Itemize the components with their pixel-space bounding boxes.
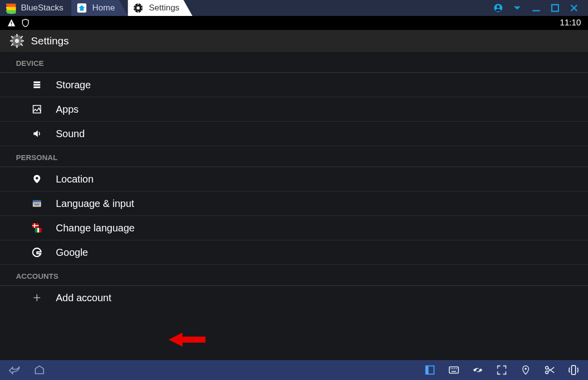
svg-rect-4 — [138, 11, 139, 13]
row-storage[interactable]: Storage — [0, 73, 588, 97]
settings-content: DEVICE Storage Apps Sound PERSONAL — [0, 52, 588, 360]
tab-home[interactable]: Home — [71, 0, 128, 16]
svg-rect-21 — [10, 40, 13, 41]
row-language-input-label: Language & input — [56, 198, 134, 209]
svg-rect-42 — [32, 225, 39, 226]
scissors-icon[interactable] — [543, 364, 556, 377]
svg-rect-52 — [454, 368, 455, 369]
svg-rect-22 — [21, 40, 24, 41]
home-button[interactable] — [33, 364, 46, 377]
svg-rect-15 — [11, 22, 12, 24]
svg-rect-48 — [426, 366, 429, 375]
svg-point-57 — [525, 368, 527, 370]
gear-icon — [10, 34, 24, 48]
bluestacks-window: BlueStacks Home Settings — [0, 0, 588, 380]
plus-icon — [31, 292, 43, 304]
keyboard-icon: A — [31, 197, 43, 209]
app-name: BlueStacks — [21, 3, 63, 13]
visibility-off-icon[interactable] — [471, 364, 484, 377]
gear-icon — [133, 2, 144, 13]
apps-icon — [31, 103, 43, 115]
shield-icon — [21, 18, 30, 27]
row-google[interactable]: Google — [0, 240, 588, 265]
svg-rect-35 — [33, 202, 34, 203]
close-button[interactable] — [569, 3, 579, 13]
svg-rect-49 — [449, 367, 458, 374]
svg-point-2 — [137, 6, 140, 9]
svg-rect-28 — [33, 84, 40, 85]
svg-rect-3 — [138, 3, 139, 5]
row-sound-label: Sound — [56, 128, 85, 140]
svg-rect-51 — [452, 368, 453, 369]
svg-point-12 — [497, 5, 500, 8]
minimize-button[interactable] — [531, 3, 541, 13]
user-icon[interactable] — [493, 3, 503, 13]
svg-rect-13 — [533, 10, 540, 11]
section-header-accounts: ACCOUNTS — [0, 265, 588, 286]
settings-header: Settings — [0, 30, 588, 52]
chevron-down-icon[interactable] — [512, 3, 522, 13]
row-add-account[interactable]: Add account — [0, 286, 588, 310]
svg-rect-46 — [39, 228, 42, 232]
svg-rect-16 — [11, 25, 12, 26]
google-g-icon — [31, 246, 43, 258]
svg-rect-53 — [456, 368, 457, 369]
shake-icon[interactable] — [567, 364, 580, 377]
row-language-input[interactable]: A Language & input — [0, 191, 588, 216]
tab-settings-label: Settings — [149, 3, 179, 13]
sidebar-toggle-icon[interactable] — [423, 364, 436, 377]
section-header-personal: PERSONAL — [0, 146, 588, 167]
svg-rect-29 — [33, 86, 40, 88]
svg-point-31 — [36, 177, 38, 180]
svg-rect-50 — [451, 368, 452, 369]
location-nav-icon[interactable] — [519, 364, 532, 377]
row-change-language-label: Change language — [56, 222, 135, 234]
svg-rect-20 — [16, 45, 17, 48]
row-add-account-label: Add account — [56, 292, 111, 304]
svg-rect-6 — [142, 7, 144, 8]
row-location[interactable]: Location — [0, 167, 588, 191]
svg-point-18 — [15, 39, 19, 43]
svg-rect-39 — [34, 204, 39, 205]
keyboard-toggle-icon[interactable] — [447, 364, 460, 377]
page-title: Settings — [31, 35, 69, 47]
svg-rect-19 — [16, 34, 17, 37]
row-apps-label: Apps — [56, 104, 79, 115]
svg-rect-14 — [552, 4, 558, 11]
window-titlebar: BlueStacks Home Settings — [0, 0, 588, 16]
android-navbar — [0, 360, 588, 380]
home-icon — [76, 2, 87, 13]
row-change-language[interactable]: Change language — [0, 216, 588, 240]
flags-icon — [31, 222, 43, 234]
svg-rect-37 — [37, 202, 38, 203]
back-button[interactable] — [8, 364, 21, 377]
svg-rect-36 — [35, 202, 36, 203]
section-header-device: DEVICE — [0, 52, 588, 73]
tab-home-label: Home — [92, 3, 115, 13]
row-storage-label: Storage — [56, 79, 91, 91]
bluestacks-logo — [4, 1, 17, 14]
svg-rect-54 — [451, 371, 456, 372]
svg-rect-27 — [33, 81, 40, 83]
row-sound[interactable]: Sound — [0, 122, 588, 146]
tab-settings[interactable]: Settings — [128, 0, 192, 16]
window-controls — [484, 3, 588, 13]
svg-rect-60 — [572, 366, 576, 375]
storage-icon — [31, 79, 43, 91]
svg-rect-32 — [33, 202, 41, 207]
fullscreen-icon[interactable] — [495, 364, 508, 377]
svg-rect-5 — [133, 7, 135, 8]
maximize-button[interactable] — [550, 3, 560, 13]
svg-rect-45 — [37, 228, 39, 232]
location-icon — [31, 173, 43, 185]
svg-rect-44 — [35, 228, 37, 232]
svg-rect-38 — [38, 202, 39, 203]
status-time: 11:10 — [560, 18, 581, 28]
android-statusbar: 11:10 — [0, 16, 588, 30]
row-google-label: Google — [56, 247, 88, 258]
row-apps[interactable]: Apps — [0, 97, 588, 122]
warning-icon — [7, 18, 16, 27]
row-location-label: Location — [56, 174, 94, 185]
sound-icon — [31, 128, 43, 140]
